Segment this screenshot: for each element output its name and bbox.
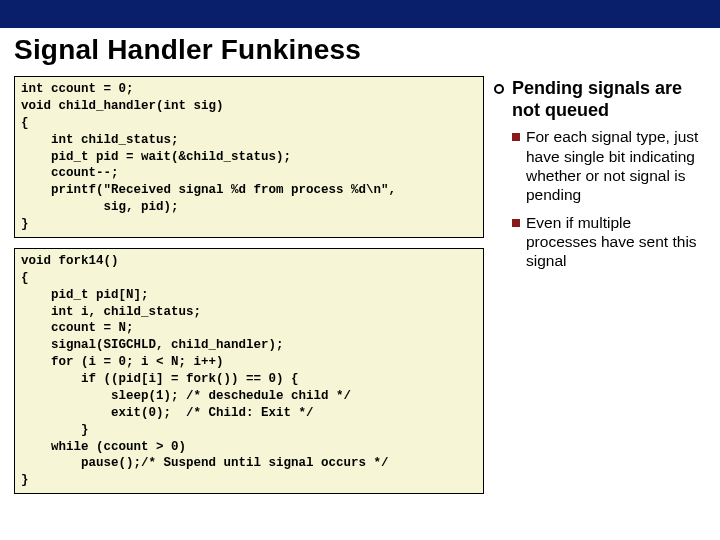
slide-title: Signal Handler Funkiness <box>0 28 720 76</box>
ring-bullet-icon <box>494 84 504 94</box>
bullet-main-text: Pending signals are not queued <box>512 78 706 121</box>
bullet-sub-1-text: For each signal type, just have single b… <box>526 127 706 205</box>
top-bar <box>0 0 720 28</box>
square-bullet-icon <box>512 133 520 141</box>
code-column: int ccount = 0; void child_handler(int s… <box>14 76 484 504</box>
code-block-handler: int ccount = 0; void child_handler(int s… <box>14 76 484 238</box>
bullet-sub-2: Even if multiple processes have sent thi… <box>512 213 706 271</box>
slide: Signal Handler Funkiness int ccount = 0;… <box>0 0 720 540</box>
code-block-fork14: void fork14() { pid_t pid[N]; int i, chi… <box>14 248 484 494</box>
bullet-main: Pending signals are not queued <box>494 78 706 121</box>
content-row: int ccount = 0; void child_handler(int s… <box>0 76 720 504</box>
bullets-column: Pending signals are not queued For each … <box>494 76 706 504</box>
bullet-sub-2-text: Even if multiple processes have sent thi… <box>526 213 706 271</box>
square-bullet-icon <box>512 219 520 227</box>
bullet-sub-1: For each signal type, just have single b… <box>512 127 706 205</box>
